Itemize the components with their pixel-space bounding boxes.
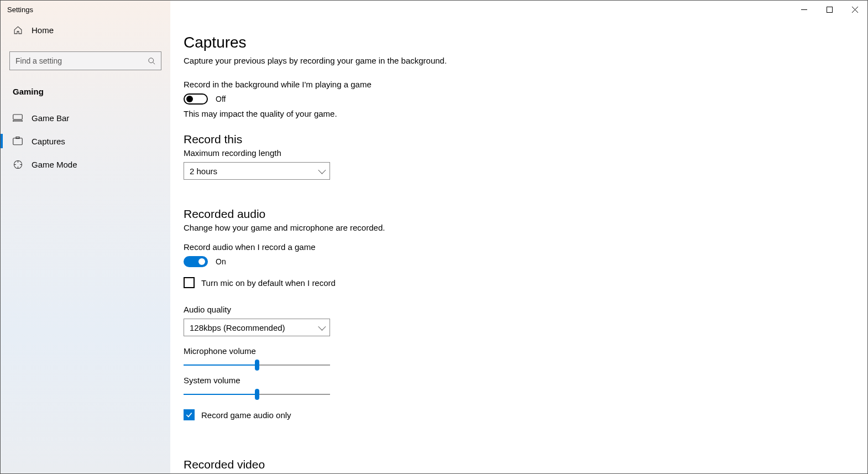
toggle-off-icon (184, 93, 208, 105)
checkbox-label: Turn mic on by default when I record (201, 278, 336, 288)
audio-quality-label: Audio quality (184, 305, 845, 314)
max-length-label: Maximum recording length (184, 148, 845, 158)
record-this-heading: Record this (184, 133, 845, 146)
svg-rect-5 (16, 137, 19, 139)
svg-line-1 (153, 62, 155, 64)
search-placeholder: Find a setting (15, 56, 62, 65)
sys-volume-slider[interactable] (184, 389, 330, 399)
slider-fill (184, 364, 257, 366)
select-value: 128kbps (Recommended) (190, 323, 285, 332)
checkbox-unchecked-icon (184, 277, 195, 288)
svg-rect-3 (13, 121, 23, 122)
chevron-down-icon (318, 166, 326, 174)
chevron-down-icon (318, 323, 326, 331)
svg-point-0 (148, 58, 153, 62)
sidebar-item-label: Game Mode (32, 160, 77, 169)
slider-thumb (255, 360, 259, 371)
captures-icon (13, 136, 23, 146)
svg-rect-2 (13, 114, 23, 119)
checkbox-label: Record game audio only (201, 410, 291, 420)
audio-record-toggle[interactable]: On (184, 256, 845, 267)
mic-default-checkbox[interactable]: Turn mic on by default when I record (184, 277, 845, 288)
sidebar-home[interactable]: Home (1, 18, 170, 41)
recorded-audio-sub: Change how your game and microphone are … (184, 223, 845, 232)
toggle-state: Off (216, 95, 226, 103)
maximize-button[interactable] (817, 1, 842, 18)
game-audio-only-checkbox[interactable]: Record game audio only (184, 409, 845, 420)
audio-quality-select[interactable]: 128kbps (Recommended) (184, 319, 330, 336)
search-input[interactable]: Find a setting (9, 51, 161, 70)
toggle-on-icon (184, 256, 208, 267)
sidebar-item-game-bar[interactable]: Game Bar (1, 106, 170, 129)
recorded-video-heading: Recorded video (184, 458, 845, 471)
checkbox-checked-icon (184, 409, 195, 420)
titlebar-right-region (170, 1, 867, 18)
mic-volume-slider[interactable] (184, 360, 330, 370)
sys-volume-label: System volume (184, 376, 845, 385)
page-title: Captures (184, 34, 845, 51)
game-bar-icon (13, 113, 23, 123)
slider-thumb (255, 389, 259, 400)
sidebar-item-label: Game Bar (32, 113, 69, 123)
mic-volume-label: Microphone volume (184, 346, 845, 356)
bg-record-note: This may impact the quality of your game… (184, 109, 845, 118)
sidebar-item-label: Captures (32, 137, 65, 146)
titlebar-left-region: Settings (1, 1, 170, 18)
bg-record-label: Record in the background while I'm playi… (184, 80, 845, 89)
sidebar-item-captures[interactable]: Captures (1, 129, 170, 153)
sidebar-item-game-mode[interactable]: Game Mode (1, 153, 170, 176)
window-title: Settings (1, 6, 33, 14)
toggle-state: On (216, 257, 226, 266)
search-icon (147, 56, 156, 66)
minimize-button[interactable] (791, 1, 817, 18)
home-icon (13, 25, 23, 35)
sidebar: Settings Home Find a setting Gaming G (1, 1, 170, 473)
sidebar-home-label: Home (32, 25, 54, 35)
svg-rect-8 (827, 7, 832, 12)
page-subtitle: Capture your previous plays by recording… (184, 56, 845, 65)
recorded-audio-heading: Recorded audio (184, 207, 845, 221)
max-length-select[interactable]: 2 hours (184, 162, 330, 180)
bg-record-toggle[interactable]: Off (184, 93, 845, 105)
audio-toggle-label: Record audio when I record a game (184, 242, 845, 252)
slider-fill (184, 394, 257, 395)
main-content: Captures Capture your previous plays by … (170, 18, 867, 473)
svg-rect-4 (13, 138, 23, 145)
sidebar-group-title: Gaming (1, 81, 170, 106)
close-button[interactable] (842, 1, 867, 18)
select-value: 2 hours (190, 166, 217, 176)
game-mode-icon (13, 159, 23, 169)
